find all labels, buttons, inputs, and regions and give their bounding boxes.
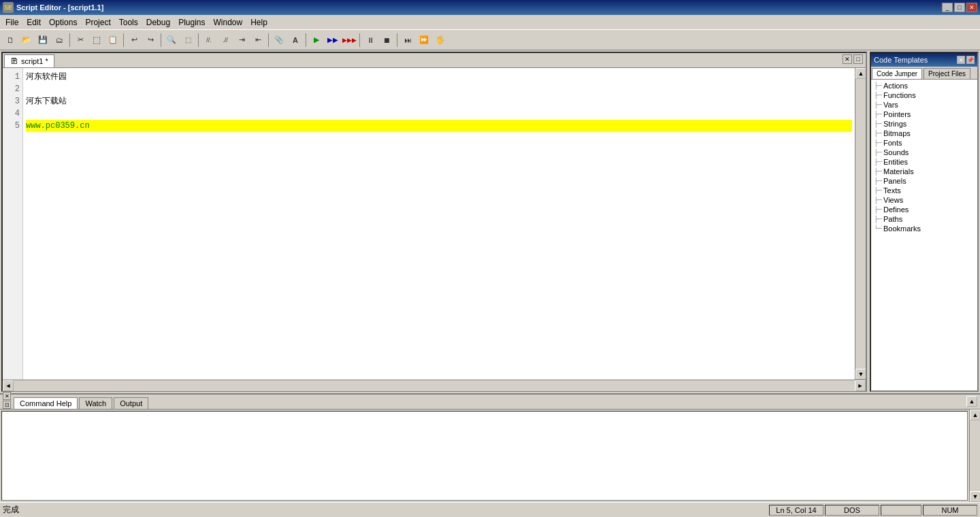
menu-plugins[interactable]: Plugins bbox=[174, 16, 209, 29]
bottom-scroll-down-btn[interactable]: ▼ bbox=[970, 491, 980, 502]
tree-label-texts: Texts bbox=[883, 186, 901, 195]
menu-file[interactable]: File bbox=[1, 16, 22, 29]
menu-edit[interactable]: Edit bbox=[22, 16, 45, 29]
tree-item-entities[interactable]: ├─ Entities bbox=[872, 157, 976, 167]
font-button[interactable]: A bbox=[288, 33, 303, 48]
menu-debug[interactable]: Debug bbox=[142, 16, 174, 29]
code-line-2 bbox=[26, 83, 852, 95]
redo-button[interactable]: ↪ bbox=[143, 33, 158, 48]
sep3 bbox=[161, 33, 161, 47]
open-button[interactable]: 📂 bbox=[19, 33, 34, 48]
save-all-button[interactable]: 🗂 bbox=[52, 33, 67, 48]
connector-pointers: ├─ bbox=[874, 111, 882, 118]
clipbook-button[interactable]: 📎 bbox=[272, 33, 287, 48]
unindent-button[interactable]: ⇤ bbox=[250, 33, 265, 48]
step-over-button[interactable]: ⏩ bbox=[416, 33, 431, 48]
tree-label-panels: Panels bbox=[883, 177, 906, 185]
sep7 bbox=[359, 33, 360, 47]
bottom-panel-controls: ✕ ⊡ bbox=[3, 392, 11, 409]
bottom-scroll-up-btn[interactable]: ▲ bbox=[970, 410, 980, 420]
menu-project[interactable]: Project bbox=[81, 16, 114, 29]
indent-button[interactable]: ⇥ bbox=[234, 33, 249, 48]
sep1 bbox=[69, 33, 70, 47]
search-button[interactable]: 🔍 bbox=[164, 33, 179, 48]
tree-item-bookmarks[interactable]: └─ Bookmarks bbox=[872, 224, 976, 233]
tree-item-texts[interactable]: ├─ Texts bbox=[872, 186, 976, 195]
bottom-content[interactable] bbox=[1, 411, 968, 501]
undo-button[interactable]: ↩ bbox=[127, 33, 142, 48]
scroll-down-btn[interactable]: ▼ bbox=[855, 369, 866, 380]
tab-output[interactable]: Output bbox=[114, 397, 148, 409]
tree-item-sounds[interactable]: ├─ Sounds bbox=[872, 148, 976, 157]
stop-button[interactable]: ⏹ bbox=[379, 33, 394, 48]
menu-tools[interactable]: Tools bbox=[115, 16, 142, 29]
step-button[interactable]: ⏭ bbox=[400, 33, 415, 48]
tab-command-help[interactable]: Command Help bbox=[14, 397, 78, 409]
bottom-scroll-track[interactable] bbox=[970, 420, 980, 491]
run-fast-button[interactable]: ▶▶ bbox=[325, 33, 340, 48]
hscroll-track[interactable] bbox=[14, 380, 855, 391]
new-button[interactable]: 🗋 bbox=[3, 33, 18, 48]
status-bar: 完成 Ln 5, Col 14 DOS NUM bbox=[0, 502, 980, 517]
bottom-panel-close[interactable]: ✕ bbox=[3, 392, 11, 400]
tab-max-btn[interactable]: □ bbox=[853, 54, 863, 64]
hand-button[interactable]: 🖐 bbox=[433, 33, 448, 48]
tab-code-jumper[interactable]: Code Jumper bbox=[872, 68, 922, 79]
menu-window[interactable]: Window bbox=[210, 16, 247, 29]
copy-button[interactable]: ⬚ bbox=[89, 33, 104, 48]
tree-item-fonts[interactable]: ├─ Fonts bbox=[872, 138, 976, 148]
bottom-panel-pin[interactable]: ⊡ bbox=[3, 401, 11, 409]
tree-label-bookmarks: Bookmarks bbox=[883, 224, 921, 233]
bottom-scrollbar-right: ▲ bbox=[966, 396, 977, 407]
line-numbers: 1 2 3 4 5 bbox=[3, 68, 23, 380]
right-panel-header: Code Templates ✕ 📌 bbox=[871, 53, 977, 67]
line-num-2: 2 bbox=[3, 83, 22, 95]
replace-button[interactable]: ⬚ bbox=[180, 33, 195, 48]
menu-options[interactable]: Options bbox=[45, 16, 81, 29]
title-bar: SE Script Editor - [script1.1] _ □ ✕ bbox=[0, 0, 980, 15]
close-button[interactable]: ✕ bbox=[966, 3, 977, 12]
bottom-scroll-up[interactable]: ▲ bbox=[966, 396, 977, 407]
scroll-left-btn[interactable]: ◄ bbox=[3, 380, 14, 391]
status-encoding: DOS bbox=[825, 505, 879, 516]
editor-tab-script1[interactable]: 🖹 script1 * bbox=[4, 54, 54, 67]
run-slow-button[interactable]: ▶▶▶ bbox=[342, 33, 357, 48]
tree-item-panels[interactable]: ├─ Panels bbox=[872, 176, 976, 186]
menu-help[interactable]: Help bbox=[246, 16, 272, 29]
tree-item-pointers[interactable]: ├─ Pointers bbox=[872, 110, 976, 119]
right-panel-tabs: Code Jumper Project Files bbox=[871, 67, 977, 80]
tree-item-actions[interactable]: ├─ Actions bbox=[872, 81, 976, 90]
tab-close-btn[interactable]: ✕ bbox=[843, 54, 852, 64]
save-button[interactable]: 💾 bbox=[35, 33, 50, 48]
title-bar-buttons: _ □ ✕ bbox=[942, 3, 977, 12]
tree-item-vars[interactable]: ├─ Vars bbox=[872, 100, 976, 110]
panel-pin-icon[interactable]: 📌 bbox=[966, 56, 975, 64]
scroll-track[interactable] bbox=[855, 79, 866, 369]
tree-item-defines[interactable]: ├─ Defines bbox=[872, 205, 976, 214]
scroll-up-btn[interactable]: ▲ bbox=[855, 68, 866, 79]
tree-item-functions[interactable]: ├─ Functions bbox=[872, 90, 976, 100]
connector-vars: ├─ bbox=[874, 101, 882, 109]
panel-close-icon[interactable]: ✕ bbox=[957, 56, 965, 64]
uncomment-button[interactable]: .// bbox=[218, 33, 233, 48]
tree-item-strings[interactable]: ├─ Strings bbox=[872, 119, 976, 129]
pause-button[interactable]: ⏸ bbox=[363, 33, 378, 48]
paste-button[interactable]: 📋 bbox=[105, 33, 120, 48]
comment-button[interactable]: //. bbox=[201, 33, 216, 48]
tree-item-materials[interactable]: ├─ Materials bbox=[872, 167, 976, 176]
tree-item-views[interactable]: ├─ Views bbox=[872, 195, 976, 205]
tab-project-files[interactable]: Project Files bbox=[924, 68, 970, 79]
code-area[interactable]: 河东软件园 河东下载站 www.pc0359.cn bbox=[23, 68, 855, 380]
tree-item-paths[interactable]: ├─ Paths bbox=[872, 214, 976, 224]
line-num-3: 3 bbox=[3, 95, 22, 107]
maximize-button[interactable]: □ bbox=[954, 3, 965, 12]
tree-item-bitmaps[interactable]: ├─ Bitmaps bbox=[872, 129, 976, 138]
cut-button[interactable]: ✂ bbox=[73, 33, 88, 48]
tree-label-sounds: Sounds bbox=[883, 148, 909, 156]
minimize-button[interactable]: _ bbox=[942, 3, 953, 12]
tab-watch[interactable]: Watch bbox=[79, 397, 112, 409]
run-button[interactable]: ▶ bbox=[309, 33, 324, 48]
tree-label-views: Views bbox=[883, 196, 903, 204]
line-num-1: 1 bbox=[3, 71, 22, 83]
scroll-right-btn[interactable]: ► bbox=[855, 380, 866, 391]
